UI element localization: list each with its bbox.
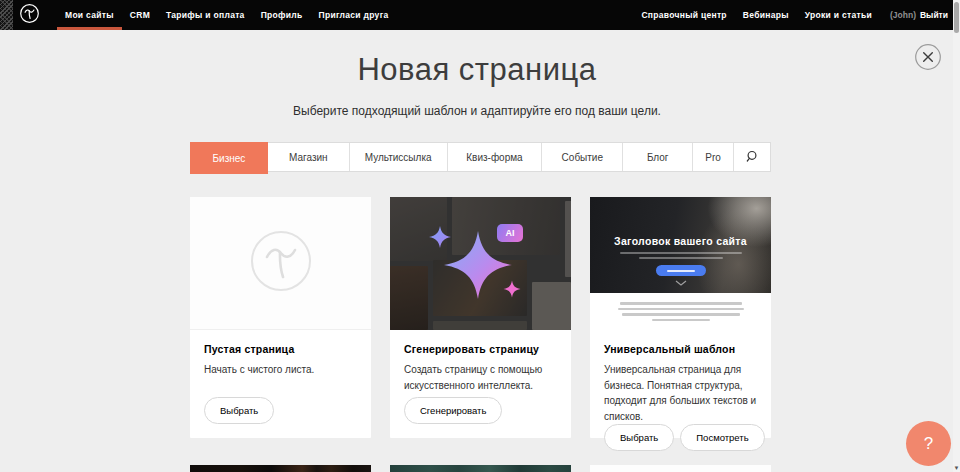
nav-label: Вебинары: [743, 10, 789, 20]
template-card-universal: Заголовок вашего сайта: [590, 197, 771, 438]
modal-body: Бизнес Магазин Мультиссылка Квиз-форма С…: [190, 142, 771, 472]
tilda-logo-large-icon: [250, 230, 312, 296]
template-paragraph-line: [622, 313, 740, 316]
chevron-down-icon: [675, 272, 687, 290]
ai-template-preview[interactable]: AI: [390, 197, 571, 330]
tilda-logo-icon: [19, 3, 40, 28]
nav-label: Профиль: [261, 10, 303, 20]
nav-lessons[interactable]: Уроки и статьи: [797, 0, 880, 30]
template-paragraph-line: [620, 302, 742, 305]
close-icon: [914, 59, 942, 74]
template-cards-row-partial: [190, 465, 771, 472]
help-button[interactable]: ?: [906, 421, 951, 466]
choose-button[interactable]: Выбрать: [204, 397, 274, 424]
tab-pro[interactable]: Pro: [693, 143, 734, 171]
template-card-partial[interactable]: [590, 465, 771, 472]
page-subtitle: Выберите подходящий шаблон и адаптируйте…: [0, 104, 954, 118]
tab-multilink[interactable]: Мультиссылка: [350, 143, 448, 171]
nav-label: CRM: [130, 10, 150, 20]
template-preview-partial: [390, 465, 571, 472]
card-title: Универсальный шаблон: [604, 343, 757, 355]
tab-store[interactable]: Магазин: [268, 143, 350, 171]
choose-button[interactable]: Выбрать: [604, 424, 674, 451]
tab-business[interactable]: Бизнес: [190, 142, 268, 174]
template-card-partial[interactable]: [190, 465, 371, 472]
nav-label: Уроки и статьи: [805, 10, 872, 20]
page-title: Новая страница: [0, 52, 954, 88]
card-description: Универсальная страница для бизнеса. Поня…: [604, 362, 757, 424]
template-hero-textline: [620, 252, 742, 254]
template-card-partial[interactable]: [390, 465, 571, 472]
card-body: Пустая страница Начать с чистого листа. …: [190, 330, 371, 438]
card-buttons: Сгенерировать: [404, 397, 557, 424]
tab-label: Магазин: [289, 152, 328, 163]
card-body: Универсальный шаблон Универсальная стран…: [590, 330, 771, 465]
template-paragraph-block: [590, 293, 771, 330]
topbar-spacer: [397, 0, 634, 30]
tab-label: Мультиссылка: [365, 152, 432, 163]
search-icon: [746, 150, 759, 165]
template-card-ai: AI Сгенерировать страницу Создать страни…: [390, 197, 571, 438]
account-name: (John): [890, 10, 916, 20]
card-buttons: Выбрать Посмотреть: [604, 424, 757, 451]
template-paragraph-line: [652, 319, 710, 322]
tab-label: Событие: [562, 152, 603, 163]
nav-my-sites[interactable]: Мои сайты: [57, 0, 122, 30]
tilda-logo[interactable]: [13, 0, 49, 30]
template-category-tabs: Бизнес Магазин Мультиссылка Квиз-форма С…: [190, 142, 771, 172]
template-hero-heading: Заголовок вашего сайта: [590, 235, 771, 247]
new-page-modal: Новая страница Выберите подходящий шабло…: [0, 30, 954, 472]
card-title: Сгенерировать страницу: [404, 343, 557, 355]
blank-template-preview[interactable]: [190, 197, 371, 330]
scrollbar-thumb[interactable]: [954, 2, 959, 33]
vertical-scrollbar[interactable]: ▼: [953, 0, 960, 472]
universal-template-preview[interactable]: Заголовок вашего сайта: [590, 197, 771, 330]
secondary-menu: Справочный центр Вебинары Уроки и статьи: [633, 0, 880, 30]
template-hero-textline: [639, 257, 723, 259]
account-logout[interactable]: (John) Выйти: [884, 0, 960, 30]
template-preview-partial: [190, 465, 371, 472]
generate-button[interactable]: Сгенерировать: [404, 397, 502, 424]
app-window: Мои сайты CRM Тарифы и оплата Профиль Пр…: [0, 0, 960, 472]
card-body: Сгенерировать страницу Создать страницу …: [390, 330, 571, 438]
scrollbar-down-arrow[interactable]: ▼: [953, 464, 960, 471]
ai-badge: AI: [497, 224, 523, 242]
tab-label: Бизнес: [213, 153, 246, 164]
template-hero: Заголовок вашего сайта: [590, 197, 771, 293]
logout-link: Выйти: [920, 10, 948, 20]
card-buttons: Выбрать: [204, 397, 357, 424]
tab-event[interactable]: Событие: [542, 143, 623, 171]
nav-help-center[interactable]: Справочный центр: [633, 0, 734, 30]
tab-label: Блог: [647, 152, 669, 163]
nav-profile[interactable]: Профиль: [253, 0, 311, 30]
tab-blog[interactable]: Блог: [623, 143, 693, 171]
tab-search[interactable]: [734, 143, 770, 171]
template-card-blank: Пустая страница Начать с чистого листа. …: [190, 197, 371, 438]
nav-webinars[interactable]: Вебинары: [735, 0, 797, 30]
nav-label: Пригласи друга: [319, 10, 389, 20]
nav-crm[interactable]: CRM: [122, 0, 158, 30]
ai-sparkle-icon: [390, 197, 571, 330]
main-menu: Мои сайты CRM Тарифы и оплата Профиль Пр…: [57, 0, 397, 30]
template-preview-partial: [590, 465, 771, 472]
card-title: Пустая страница: [204, 343, 357, 355]
top-navigation-bar: Мои сайты CRM Тарифы и оплата Профиль Пр…: [0, 0, 960, 30]
tab-quiz-form[interactable]: Квиз-форма: [448, 143, 543, 171]
tab-label: Pro: [705, 152, 721, 163]
nav-tariffs[interactable]: Тарифы и оплата: [158, 0, 253, 30]
nav-label: Тарифы и оплата: [166, 10, 245, 20]
nav-invite-friend[interactable]: Пригласи друга: [311, 0, 397, 30]
close-button[interactable]: [914, 43, 942, 71]
view-button[interactable]: Посмотреть: [680, 424, 764, 451]
tab-label: Квиз-форма: [466, 152, 522, 163]
template-paragraph-line: [618, 308, 744, 311]
card-description: Начать с чистого листа.: [204, 362, 357, 378]
nav-label: Справочный центр: [641, 10, 726, 20]
nav-label: Мои сайты: [65, 10, 114, 20]
card-description: Создать страницу с помощью искусственног…: [404, 362, 557, 393]
template-cards-row: Пустая страница Начать с чистого листа. …: [190, 197, 771, 438]
texture-strip: [0, 0, 13, 30]
